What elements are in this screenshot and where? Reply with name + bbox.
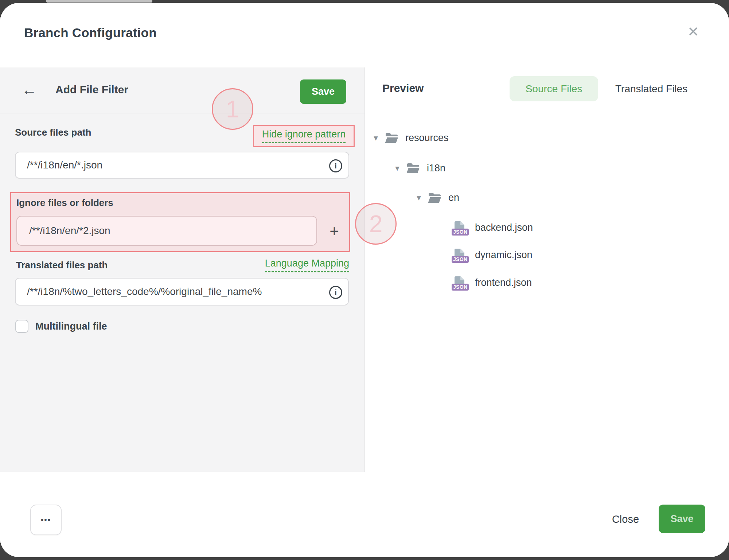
tree-row-folder[interactable]: ▾ en <box>415 190 459 206</box>
dialog-save-button[interactable]: Save <box>659 505 705 533</box>
folder-icon <box>406 163 420 174</box>
caret-down-icon[interactable]: ▾ <box>394 164 401 172</box>
ignore-pattern-input[interactable] <box>16 216 317 246</box>
screen: Branch Configuration × ← Add File Filter… <box>0 0 729 560</box>
ignore-pattern-highlight-box: Ignore files or folders + <box>10 192 350 252</box>
info-icon[interactable]: i <box>329 286 342 299</box>
hide-ignore-pattern-link[interactable]: Hide ignore pattern <box>262 129 346 143</box>
tree-file-label: frontend.json <box>475 277 532 288</box>
add-ignore-pattern-button[interactable]: + <box>323 220 345 242</box>
json-file-icon: JSON <box>455 276 464 289</box>
preview-panel: Preview Source Files Translated Files ▾ … <box>365 67 729 472</box>
filter-panel-title: Add File Filter <box>55 83 128 96</box>
annotation-step-2: 2 <box>355 203 397 245</box>
source-files-path-input[interactable] <box>15 152 349 179</box>
hide-ignore-pattern-highlight: Hide ignore pattern <box>253 125 355 147</box>
tree-file-label: backend.json <box>475 222 533 233</box>
multilingual-file-row: Multilingual file <box>15 320 107 333</box>
tree-row-file[interactable]: JSON backend.json <box>453 219 533 236</box>
tab-translated-files[interactable]: Translated Files <box>610 76 693 101</box>
tree-row-file[interactable]: JSON dynamic.json <box>453 247 533 263</box>
folder-icon <box>385 132 398 143</box>
translated-files-path-label: Translated files path <box>16 260 108 271</box>
preview-title: Preview <box>382 82 424 94</box>
close-button[interactable]: Close <box>604 509 647 529</box>
json-file-icon: JSON <box>455 221 464 234</box>
tree-row-folder[interactable]: ▾ i18n <box>394 160 445 176</box>
tree-row-folder[interactable]: ▾ resources <box>372 130 449 146</box>
annotation-step-1: 1 <box>212 88 253 130</box>
close-icon[interactable]: × <box>683 21 703 42</box>
dialog-header: Branch Configuration × <box>0 3 729 68</box>
tree-folder-label: i18n <box>427 163 445 174</box>
multilingual-label: Multilingual file <box>35 321 107 332</box>
multilingual-checkbox[interactable] <box>15 320 28 333</box>
ellipsis-icon: ••• <box>41 516 51 524</box>
source-files-path-label: Source files path <box>15 127 91 138</box>
json-badge: JSON <box>452 256 469 263</box>
dialog-title: Branch Configuration <box>24 26 157 40</box>
tree-row-file[interactable]: JSON frontend.json <box>453 275 532 291</box>
tree-folder-label: en <box>448 192 459 203</box>
tree-folder-label: resources <box>405 132 449 144</box>
info-icon[interactable]: i <box>329 159 342 172</box>
language-mapping-link[interactable]: Language Mapping <box>265 258 349 272</box>
dialog-footer: ••• Close Save <box>0 472 729 557</box>
file-filter-panel: ← Add File Filter Save Source files path… <box>0 67 365 472</box>
background-page-remnant <box>46 0 152 3</box>
json-badge: JSON <box>452 284 469 291</box>
ignore-files-label: Ignore files or folders <box>16 197 113 209</box>
caret-down-icon[interactable]: ▾ <box>372 134 379 142</box>
back-arrow-icon[interactable]: ← <box>20 80 38 100</box>
caret-down-icon[interactable]: ▾ <box>415 194 422 202</box>
dialog-content: ← Add File Filter Save Source files path… <box>0 67 729 472</box>
filter-header-row: ← Add File Filter Save <box>0 67 364 113</box>
annotation-number: 2 <box>369 210 383 238</box>
annotation-number: 1 <box>226 95 239 123</box>
tab-source-files[interactable]: Source Files <box>510 76 598 101</box>
translated-files-path-input[interactable] <box>15 278 349 306</box>
filter-save-button[interactable]: Save <box>300 79 346 104</box>
json-file-icon: JSON <box>455 249 464 261</box>
branch-configuration-dialog: Branch Configuration × ← Add File Filter… <box>0 3 729 557</box>
tree-file-label: dynamic.json <box>475 249 533 261</box>
folder-icon <box>428 192 441 203</box>
json-badge: JSON <box>452 229 469 236</box>
more-options-button[interactable]: ••• <box>30 505 62 535</box>
